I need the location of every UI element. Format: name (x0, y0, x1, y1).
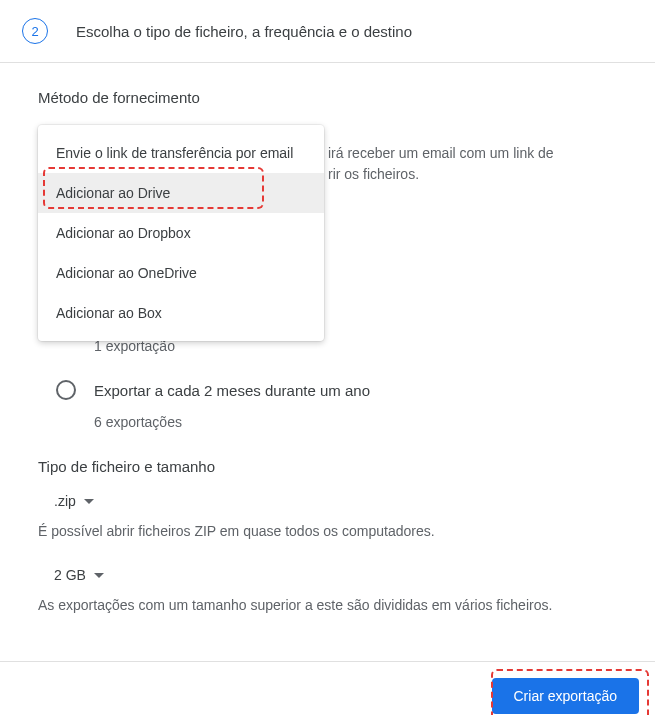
filetype-value: .zip (54, 493, 76, 509)
frequency-option2-row[interactable]: Exportar a cada 2 meses durante um ano (56, 380, 617, 400)
frequency-section: 1 exportação Exportar a cada 2 meses dur… (38, 338, 617, 430)
filetype-title: Tipo de ficheiro e tamanho (38, 458, 617, 475)
background-text-line2: rir os ficheiros. (328, 166, 419, 182)
filesize-value: 2 GB (54, 567, 86, 583)
dropdown-option-drive[interactable]: Adicionar ao Drive (38, 173, 324, 213)
step-header: 2 Escolha o tipo de ficheiro, a frequênc… (0, 0, 655, 63)
chevron-down-icon (94, 573, 104, 578)
dropdown-option-box[interactable]: Adicionar ao Box (38, 293, 324, 333)
step-number-text: 2 (31, 24, 38, 39)
delivery-method-title: Método de fornecimento (38, 89, 617, 106)
delivery-method-dropdown[interactable]: Envie o link de transferência por email … (38, 125, 324, 341)
chevron-down-icon (84, 499, 94, 504)
frequency-option2-label: Exportar a cada 2 meses durante um ano (94, 382, 370, 399)
background-description: irá receber um email com um link de rir … (328, 143, 554, 185)
filesize-helper: As exportações com um tamanho superior a… (38, 597, 617, 613)
step-number-badge: 2 (22, 18, 48, 44)
footer: Criar exportação (0, 661, 655, 715)
frequency-option2-subtext: 6 exportações (94, 414, 617, 430)
radio-icon[interactable] (56, 380, 76, 400)
content-area: Método de fornecimento irá receber um em… (0, 63, 655, 661)
filetype-select[interactable]: .zip (54, 493, 617, 509)
filesize-select[interactable]: 2 GB (54, 567, 617, 583)
create-export-button[interactable]: Criar exportação (492, 678, 640, 714)
dropdown-option-dropbox[interactable]: Adicionar ao Dropbox (38, 213, 324, 253)
dropdown-option-onedrive[interactable]: Adicionar ao OneDrive (38, 253, 324, 293)
step-title: Escolha o tipo de ficheiro, a frequência… (76, 23, 412, 40)
filetype-helper: É possível abrir ficheiros ZIP em quase … (38, 523, 617, 539)
background-text-line1: irá receber um email com um link de (328, 145, 554, 161)
dropdown-option-email[interactable]: Envie o link de transferência por email (38, 133, 324, 173)
dropdown-option-drive-label: Adicionar ao Drive (56, 185, 170, 201)
